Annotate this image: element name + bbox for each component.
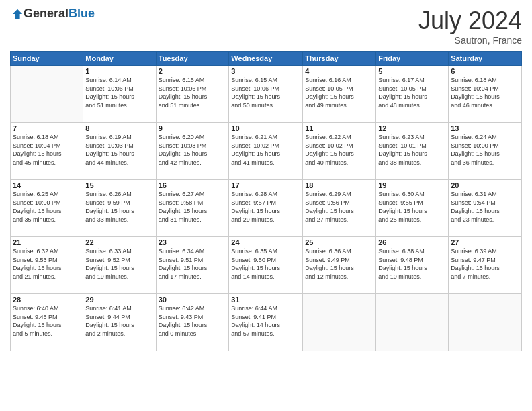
- day-info: Sunrise: 6:32 AM Sunset: 9:53 PM Dayligh…: [13, 247, 81, 281]
- day-info: Sunrise: 6:28 AM Sunset: 9:57 PM Dayligh…: [231, 190, 300, 224]
- day-number: 17: [231, 181, 300, 189]
- calendar-cell: 7Sunrise: 6:18 AM Sunset: 10:04 PM Dayli…: [11, 123, 83, 180]
- col-header-thursday: Thursday: [303, 52, 376, 66]
- day-info: Sunrise: 6:18 AM Sunset: 10:04 PM Daylig…: [13, 133, 81, 167]
- day-number: 31: [231, 295, 300, 304]
- calendar-cell: 15Sunrise: 6:26 AM Sunset: 9:59 PM Dayli…: [83, 180, 156, 237]
- day-number: 28: [13, 295, 81, 304]
- month-title: July 2024: [418, 7, 522, 35]
- day-info: Sunrise: 6:25 AM Sunset: 10:00 PM Daylig…: [13, 190, 81, 224]
- day-info: Sunrise: 6:36 AM Sunset: 9:49 PM Dayligh…: [305, 247, 373, 281]
- day-info: Sunrise: 6:19 AM Sunset: 10:03 PM Daylig…: [85, 133, 153, 167]
- day-info: Sunrise: 6:15 AM Sunset: 10:06 PM Daylig…: [159, 76, 227, 109]
- calendar-cell: 1Sunrise: 6:14 AM Sunset: 10:06 PM Dayli…: [83, 66, 156, 123]
- calendar-cell: 18Sunrise: 6:29 AM Sunset: 9:56 PM Dayli…: [303, 180, 376, 237]
- day-info: Sunrise: 6:23 AM Sunset: 10:01 PM Daylig…: [378, 133, 446, 167]
- logo-icon: [11, 8, 24, 20]
- page: GeneralBlue July 2024 Sautron, France Su…: [0, 0, 532, 411]
- logo: GeneralBlue: [10, 7, 95, 21]
- calendar-cell: 27Sunrise: 6:39 AM Sunset: 9:47 PM Dayli…: [449, 237, 522, 294]
- calendar-cell: 26Sunrise: 6:38 AM Sunset: 9:48 PM Dayli…: [376, 237, 449, 294]
- calendar-cell: 4Sunrise: 6:16 AM Sunset: 10:05 PM Dayli…: [303, 66, 376, 123]
- calendar-table: SundayMondayTuesdayWednesdayThursdayFrid…: [10, 51, 522, 351]
- calendar-cell: 22Sunrise: 6:33 AM Sunset: 9:52 PM Dayli…: [83, 237, 156, 294]
- calendar-row-0: 1Sunrise: 6:14 AM Sunset: 10:06 PM Dayli…: [11, 66, 522, 123]
- day-info: Sunrise: 6:40 AM Sunset: 9:45 PM Dayligh…: [13, 304, 81, 338]
- calendar-header-row: SundayMondayTuesdayWednesdayThursdayFrid…: [11, 52, 522, 66]
- calendar-cell: 10Sunrise: 6:21 AM Sunset: 10:02 PM Dayl…: [229, 123, 303, 180]
- day-number: 24: [231, 238, 300, 246]
- calendar-cell: [11, 66, 83, 123]
- calendar-row-2: 14Sunrise: 6:25 AM Sunset: 10:00 PM Dayl…: [11, 180, 522, 237]
- col-header-monday: Monday: [83, 52, 156, 66]
- day-number: 9: [159, 124, 227, 132]
- day-info: Sunrise: 6:27 AM Sunset: 9:58 PM Dayligh…: [159, 190, 227, 224]
- day-number: 8: [85, 124, 153, 132]
- day-number: 1: [85, 67, 153, 75]
- location: Sautron, France: [418, 35, 522, 46]
- day-info: Sunrise: 6:18 AM Sunset: 10:04 PM Daylig…: [451, 76, 519, 109]
- day-info: Sunrise: 6:33 AM Sunset: 9:52 PM Dayligh…: [85, 247, 153, 281]
- calendar-cell: 2Sunrise: 6:15 AM Sunset: 10:06 PM Dayli…: [156, 66, 229, 123]
- day-number: 15: [85, 181, 153, 189]
- day-info: Sunrise: 6:34 AM Sunset: 9:51 PM Dayligh…: [159, 247, 227, 281]
- calendar-cell: 21Sunrise: 6:32 AM Sunset: 9:53 PM Dayli…: [11, 237, 83, 294]
- calendar-cell: 28Sunrise: 6:40 AM Sunset: 9:45 PM Dayli…: [11, 294, 83, 351]
- day-number: 12: [378, 124, 446, 132]
- calendar-cell: 30Sunrise: 6:42 AM Sunset: 9:43 PM Dayli…: [156, 294, 229, 351]
- day-number: 10: [231, 124, 300, 132]
- day-info: Sunrise: 6:15 AM Sunset: 10:06 PM Daylig…: [231, 76, 300, 109]
- day-number: 16: [159, 181, 227, 189]
- calendar-cell: 19Sunrise: 6:30 AM Sunset: 9:55 PM Dayli…: [376, 180, 449, 237]
- day-number: 26: [378, 238, 446, 246]
- calendar-cell: [303, 294, 376, 351]
- day-info: Sunrise: 6:14 AM Sunset: 10:06 PM Daylig…: [85, 76, 153, 109]
- day-number: 22: [85, 238, 153, 246]
- title-block: July 2024 Sautron, France: [418, 7, 522, 46]
- calendar-cell: 31Sunrise: 6:44 AM Sunset: 9:41 PM Dayli…: [229, 294, 303, 351]
- calendar-row-3: 21Sunrise: 6:32 AM Sunset: 9:53 PM Dayli…: [11, 237, 522, 294]
- day-info: Sunrise: 6:29 AM Sunset: 9:56 PM Dayligh…: [305, 190, 373, 224]
- day-number: 3: [231, 67, 300, 75]
- calendar-cell: 20Sunrise: 6:31 AM Sunset: 9:54 PM Dayli…: [449, 180, 522, 237]
- col-header-friday: Friday: [376, 52, 449, 66]
- day-info: Sunrise: 6:20 AM Sunset: 10:03 PM Daylig…: [159, 133, 227, 167]
- day-info: Sunrise: 6:21 AM Sunset: 10:02 PM Daylig…: [231, 133, 300, 167]
- day-info: Sunrise: 6:16 AM Sunset: 10:05 PM Daylig…: [305, 76, 373, 109]
- day-info: Sunrise: 6:42 AM Sunset: 9:43 PM Dayligh…: [159, 304, 227, 338]
- header: GeneralBlue July 2024 Sautron, France: [10, 7, 522, 46]
- logo-blue: Blue: [69, 7, 95, 20]
- calendar-cell: 11Sunrise: 6:22 AM Sunset: 10:02 PM Dayl…: [303, 123, 376, 180]
- calendar-cell: 23Sunrise: 6:34 AM Sunset: 9:51 PM Dayli…: [156, 237, 229, 294]
- day-number: 6: [451, 67, 519, 75]
- calendar-cell: 17Sunrise: 6:28 AM Sunset: 9:57 PM Dayli…: [229, 180, 303, 237]
- calendar-cell: 9Sunrise: 6:20 AM Sunset: 10:03 PM Dayli…: [156, 123, 229, 180]
- col-header-saturday: Saturday: [449, 52, 522, 66]
- calendar-cell: 16Sunrise: 6:27 AM Sunset: 9:58 PM Dayli…: [156, 180, 229, 237]
- day-number: 13: [451, 124, 519, 132]
- day-info: Sunrise: 6:35 AM Sunset: 9:50 PM Dayligh…: [231, 247, 300, 281]
- day-number: 30: [159, 295, 227, 304]
- col-header-wednesday: Wednesday: [229, 52, 303, 66]
- day-info: Sunrise: 6:38 AM Sunset: 9:48 PM Dayligh…: [378, 247, 446, 281]
- day-number: 11: [305, 124, 373, 132]
- col-header-sunday: Sunday: [11, 52, 83, 66]
- calendar-cell: 8Sunrise: 6:19 AM Sunset: 10:03 PM Dayli…: [83, 123, 156, 180]
- calendar-cell: 3Sunrise: 6:15 AM Sunset: 10:06 PM Dayli…: [229, 66, 303, 123]
- day-number: 20: [451, 181, 519, 189]
- day-number: 14: [13, 181, 81, 189]
- day-number: 23: [159, 238, 227, 246]
- col-header-tuesday: Tuesday: [156, 52, 229, 66]
- day-info: Sunrise: 6:41 AM Sunset: 9:44 PM Dayligh…: [85, 304, 153, 338]
- calendar-cell: 6Sunrise: 6:18 AM Sunset: 10:04 PM Dayli…: [449, 66, 522, 123]
- calendar-cell: 12Sunrise: 6:23 AM Sunset: 10:01 PM Dayl…: [376, 123, 449, 180]
- calendar-cell: 5Sunrise: 6:17 AM Sunset: 10:05 PM Dayli…: [376, 66, 449, 123]
- logo-text: GeneralBlue: [24, 7, 95, 21]
- day-number: 21: [13, 238, 81, 246]
- calendar-row-1: 7Sunrise: 6:18 AM Sunset: 10:04 PM Dayli…: [11, 123, 522, 180]
- day-number: 19: [378, 181, 446, 189]
- day-info: Sunrise: 6:31 AM Sunset: 9:54 PM Dayligh…: [451, 190, 519, 224]
- day-number: 18: [305, 181, 373, 189]
- day-number: 25: [305, 238, 373, 246]
- day-info: Sunrise: 6:26 AM Sunset: 9:59 PM Dayligh…: [85, 190, 153, 224]
